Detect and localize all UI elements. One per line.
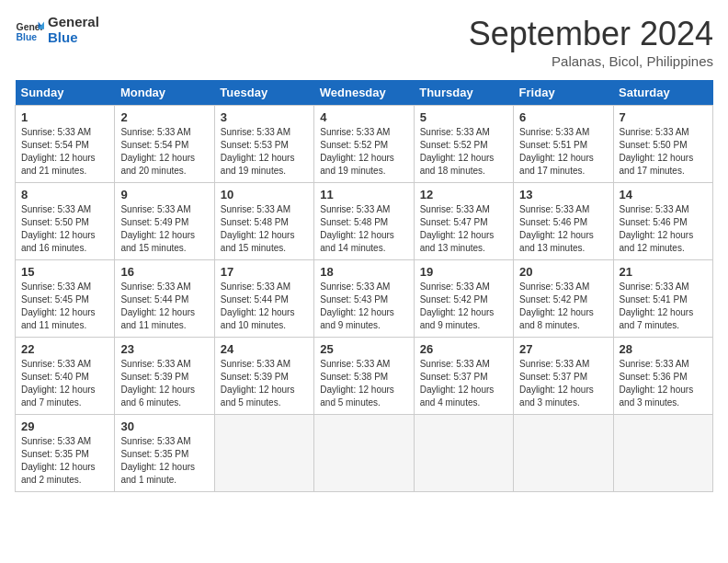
day-number: 5 <box>420 110 507 124</box>
day-number: 1 <box>21 110 108 124</box>
table-row: 28 Sunrise: 5:33 AMSunset: 5:36 PMDaylig… <box>613 338 712 415</box>
table-row: 8 Sunrise: 5:33 AMSunset: 5:50 PMDayligh… <box>16 183 115 260</box>
table-row: 10 Sunrise: 5:33 AMSunset: 5:48 PMDaylig… <box>214 183 313 260</box>
day-number: 30 <box>120 419 208 433</box>
table-row: 24 Sunrise: 5:33 AMSunset: 5:39 PMDaylig… <box>214 338 313 415</box>
day-info: Sunrise: 5:33 AMSunset: 5:42 PMDaylight:… <box>519 281 607 332</box>
day-number: 22 <box>21 342 108 356</box>
day-info: Sunrise: 5:33 AMSunset: 5:39 PMDaylight:… <box>120 358 208 409</box>
day-info: Sunrise: 5:33 AMSunset: 5:38 PMDaylight:… <box>320 358 407 409</box>
title-block: September 2024 Palanas, Bicol, Philippin… <box>469 15 713 69</box>
day-number: 25 <box>320 342 407 356</box>
calendar-header-row: Sunday Monday Tuesday Wednesday Thursday… <box>16 80 713 106</box>
day-number: 8 <box>21 188 108 201</box>
header-saturday: Saturday <box>613 80 712 106</box>
day-info: Sunrise: 5:33 AMSunset: 5:46 PMDaylight:… <box>519 203 607 255</box>
table-row: 22 Sunrise: 5:33 AMSunset: 5:40 PMDaylig… <box>16 338 115 415</box>
table-row: 16 Sunrise: 5:33 AMSunset: 5:44 PMDaylig… <box>115 260 214 338</box>
day-info: Sunrise: 5:33 AMSunset: 5:45 PMDaylight:… <box>21 281 108 332</box>
table-row: 21 Sunrise: 5:33 AMSunset: 5:41 PMDaylig… <box>613 260 712 338</box>
header-sunday: Sunday <box>16 80 115 106</box>
logo-line2: Blue <box>48 30 99 46</box>
header-friday: Friday <box>514 80 613 106</box>
day-info: Sunrise: 5:33 AMSunset: 5:40 PMDaylight:… <box>21 358 108 409</box>
logo-icon: General Blue <box>15 16 44 45</box>
day-info: Sunrise: 5:33 AMSunset: 5:52 PMDaylight:… <box>420 126 507 178</box>
day-number: 7 <box>620 110 707 124</box>
day-info: Sunrise: 5:33 AMSunset: 5:37 PMDaylight:… <box>420 358 507 409</box>
day-info: Sunrise: 5:33 AMSunset: 5:44 PMDaylight:… <box>120 281 208 332</box>
day-info: Sunrise: 5:33 AMSunset: 5:46 PMDaylight:… <box>620 203 707 255</box>
header-tuesday: Tuesday <box>214 80 313 106</box>
table-row: 11 Sunrise: 5:33 AMSunset: 5:48 PMDaylig… <box>314 183 414 260</box>
day-number: 17 <box>221 265 308 279</box>
table-row: 9 Sunrise: 5:33 AMSunset: 5:49 PMDayligh… <box>115 183 214 260</box>
empty-cell <box>314 415 414 492</box>
table-row: 29 Sunrise: 5:33 AMSunset: 5:35 PMDaylig… <box>16 415 115 492</box>
day-info: Sunrise: 5:33 AMSunset: 5:35 PMDaylight:… <box>21 435 108 487</box>
day-info: Sunrise: 5:33 AMSunset: 5:39 PMDaylight:… <box>221 358 308 409</box>
day-number: 23 <box>120 342 208 356</box>
day-number: 20 <box>519 265 607 279</box>
table-row: 18 Sunrise: 5:33 AMSunset: 5:43 PMDaylig… <box>314 260 414 338</box>
day-info: Sunrise: 5:33 AMSunset: 5:51 PMDaylight:… <box>519 126 607 178</box>
day-info: Sunrise: 5:33 AMSunset: 5:35 PMDaylight:… <box>120 435 208 487</box>
day-info: Sunrise: 5:33 AMSunset: 5:50 PMDaylight:… <box>620 126 707 178</box>
table-row: 5 Sunrise: 5:33 AMSunset: 5:52 PMDayligh… <box>414 106 513 183</box>
table-row: 3 Sunrise: 5:33 AMSunset: 5:53 PMDayligh… <box>214 106 313 183</box>
table-row: 30 Sunrise: 5:33 AMSunset: 5:35 PMDaylig… <box>115 415 214 492</box>
day-info: Sunrise: 5:33 AMSunset: 5:52 PMDaylight:… <box>320 126 407 178</box>
day-info: Sunrise: 5:33 AMSunset: 5:53 PMDaylight:… <box>221 126 308 178</box>
day-number: 19 <box>420 265 507 279</box>
day-info: Sunrise: 5:33 AMSunset: 5:41 PMDaylight:… <box>620 281 707 332</box>
day-info: Sunrise: 5:33 AMSunset: 5:54 PMDaylight:… <box>21 126 108 178</box>
day-info: Sunrise: 5:33 AMSunset: 5:37 PMDaylight:… <box>519 358 607 409</box>
day-info: Sunrise: 5:33 AMSunset: 5:42 PMDaylight:… <box>420 281 507 332</box>
month-title: September 2024 <box>469 15 713 53</box>
day-number: 12 <box>420 188 507 201</box>
day-number: 15 <box>21 265 108 279</box>
day-number: 2 <box>120 110 208 124</box>
day-number: 24 <box>221 342 308 356</box>
location-subtitle: Palanas, Bicol, Philippines <box>469 53 713 69</box>
day-number: 27 <box>519 342 607 356</box>
table-row: 14 Sunrise: 5:33 AMSunset: 5:46 PMDaylig… <box>613 183 712 260</box>
day-number: 16 <box>120 265 208 279</box>
day-info: Sunrise: 5:33 AMSunset: 5:48 PMDaylight:… <box>320 203 407 255</box>
header-wednesday: Wednesday <box>314 80 414 106</box>
day-info: Sunrise: 5:33 AMSunset: 5:54 PMDaylight:… <box>120 126 208 178</box>
empty-cell <box>214 415 313 492</box>
table-row: 6 Sunrise: 5:33 AMSunset: 5:51 PMDayligh… <box>514 106 613 183</box>
day-info: Sunrise: 5:33 AMSunset: 5:48 PMDaylight:… <box>221 203 308 255</box>
table-row: 7 Sunrise: 5:33 AMSunset: 5:50 PMDayligh… <box>613 106 712 183</box>
table-row: 1 Sunrise: 5:33 AMSunset: 5:54 PMDayligh… <box>16 106 115 183</box>
empty-cell <box>414 415 513 492</box>
table-row: 20 Sunrise: 5:33 AMSunset: 5:42 PMDaylig… <box>514 260 613 338</box>
day-number: 6 <box>519 110 607 124</box>
table-row: 12 Sunrise: 5:33 AMSunset: 5:47 PMDaylig… <box>414 183 513 260</box>
header-thursday: Thursday <box>414 80 513 106</box>
day-number: 3 <box>221 110 308 124</box>
day-info: Sunrise: 5:33 AMSunset: 5:47 PMDaylight:… <box>420 203 507 255</box>
day-number: 14 <box>620 188 707 201</box>
day-info: Sunrise: 5:33 AMSunset: 5:36 PMDaylight:… <box>620 358 707 409</box>
day-number: 28 <box>620 342 707 356</box>
table-row: 26 Sunrise: 5:33 AMSunset: 5:37 PMDaylig… <box>414 338 513 415</box>
table-row: 4 Sunrise: 5:33 AMSunset: 5:52 PMDayligh… <box>314 106 414 183</box>
calendar-table: Sunday Monday Tuesday Wednesday Thursday… <box>15 80 713 492</box>
day-number: 11 <box>320 188 407 201</box>
table-row: 19 Sunrise: 5:33 AMSunset: 5:42 PMDaylig… <box>414 260 513 338</box>
day-number: 10 <box>221 188 308 201</box>
day-number: 29 <box>21 419 108 433</box>
day-number: 21 <box>620 265 707 279</box>
day-number: 26 <box>420 342 507 356</box>
header-monday: Monday <box>115 80 214 106</box>
table-row: 2 Sunrise: 5:33 AMSunset: 5:54 PMDayligh… <box>115 106 214 183</box>
svg-text:Blue: Blue <box>17 32 38 42</box>
table-row: 23 Sunrise: 5:33 AMSunset: 5:39 PMDaylig… <box>115 338 214 415</box>
day-info: Sunrise: 5:33 AMSunset: 5:43 PMDaylight:… <box>320 281 407 332</box>
day-info: Sunrise: 5:33 AMSunset: 5:44 PMDaylight:… <box>221 281 308 332</box>
day-number: 4 <box>320 110 407 124</box>
empty-cell <box>514 415 613 492</box>
table-row: 25 Sunrise: 5:33 AMSunset: 5:38 PMDaylig… <box>314 338 414 415</box>
